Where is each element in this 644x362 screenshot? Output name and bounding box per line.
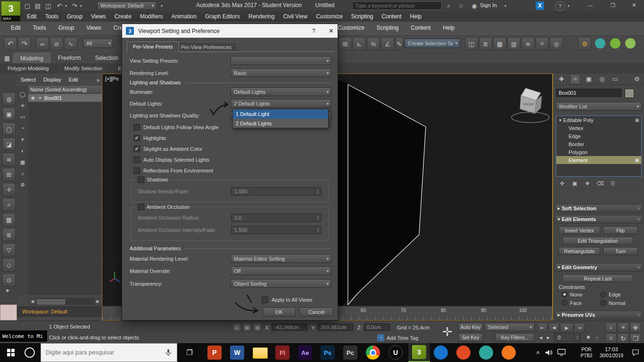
checkbox[interactable]: ✓ [133,156,140,163]
help-icon[interactable]: ? [555,1,565,11]
scene-tool-icon-6[interactable]: ⊞ [2,168,16,181]
tray-chevron-icon[interactable]: ˄ [534,348,542,357]
expanded-arrow-icon[interactable]: ▾ [559,118,561,123]
minimize-button[interactable]: — [584,0,597,10]
menu-help[interactable]: Help [406,11,426,22]
menu2-views[interactable]: Views [80,22,107,34]
ribbon-group-polygon-modeling[interactable]: Polygon Modeling [0,66,56,71]
workspace-selector[interactable]: Workspace: Default ▾ [97,1,157,10]
menu-civil-view[interactable]: Civil View [279,11,312,22]
scene-tool-icon-3[interactable]: ▢ [2,123,16,136]
modifier-list-dropdown[interactable]: Modifier List ▾ [556,102,642,111]
render-setup-icon[interactable]: ⚙ [578,37,591,50]
menu-customize[interactable]: Customize [312,11,347,22]
hierarchy-tab-icon[interactable]: ▣ [584,74,594,84]
explorer-menu-select[interactable]: Select [17,74,40,86]
edit-named-selections-icon[interactable]: ✎ [395,37,404,50]
scene-tool-icon-11[interactable]: ▽ [2,243,16,256]
ao-intensity-spinner[interactable]: 1,500 ▴▾ [231,226,322,234]
spin-down-icon[interactable]: ▾ [317,218,319,220]
zoom-icon[interactable]: ⌕ [605,322,617,333]
ribbon-tab-modeling[interactable]: Modeling [13,53,50,64]
dialog-titlebar[interactable]: 3 Viewport Setting and Preference ? ✕ [122,24,338,38]
explorer-filter-icon-2[interactable]: ✛ [18,101,27,110]
create-tab-icon[interactable]: ✚ [557,74,566,84]
play-button-icon[interactable]: ▶ [560,323,573,332]
dock-cross-icon[interactable]: ✛ [439,323,455,341]
selection-lock-icon[interactable]: ⊠ [242,323,252,332]
taskbar-search[interactable] [41,343,177,362]
menu-animation[interactable]: Animation [167,11,201,22]
spin-down-icon[interactable]: ▾ [317,191,319,194]
rendering-level-dropdown[interactable]: Basic ▾ [231,68,331,77]
taskbar-app-blue[interactable] [434,346,448,360]
checkbox[interactable]: ✓ [133,167,140,174]
scene-tool-icon-8[interactable]: ⌕ [2,198,16,211]
sound-options-icon[interactable]: ♪ [593,333,601,341]
taskbar-app-pc[interactable]: Pc [343,346,357,360]
viewport-label[interactable]: [+][Pe [105,76,119,82]
language-indicator[interactable]: POR PTB2 [578,346,595,359]
utilities-tab-icon[interactable]: ⚙ [632,74,642,84]
select-link-icon[interactable]: ∞ [36,37,49,50]
dialog-close-button[interactable]: ✕ [329,27,334,34]
menu-views[interactable]: Views [87,11,110,22]
repeat-last-button[interactable]: Repeat Last [562,274,633,282]
z-coordinate-field[interactable] [364,323,390,331]
object-color-swatch[interactable] [625,89,634,98]
scene-tool-icon-12[interactable]: ◇ [2,258,16,272]
taskbar-app-word[interactable]: W [230,346,244,360]
stack-row-edge[interactable]: Edge [556,132,641,140]
expand-strip-icon[interactable]: ▸ [4,286,12,294]
explorer-filter-icon-7[interactable]: ▦ [18,157,27,167]
explorer-filter-icon-5[interactable]: ☀ [18,135,27,144]
scroll-right-icon[interactable]: ▶ [94,298,101,304]
set-key-button[interactable]: Set Key [458,333,483,342]
menu-edit[interactable]: Edit [23,11,41,22]
rendered-frame-window-icon[interactable] [595,38,605,49]
explorer-menu-edit[interactable]: Edit [65,74,82,86]
menu-tools[interactable]: Tools [41,11,63,22]
cancel-button[interactable]: Cancel [299,307,333,317]
curve-editor-icon[interactable]: ≋ [521,37,535,50]
unlink-icon[interactable]: ⊘ [50,37,63,50]
time-tag-icon[interactable]: ◔ [377,334,384,341]
previous-key-icon[interactable]: ◀ [537,334,544,341]
bind-spacewarp-icon[interactable]: ∿ [64,37,77,50]
render-iterative-icon[interactable] [625,38,636,49]
visibility-eye-icon[interactable]: ◉ [30,95,36,100]
undo-icon[interactable]: ↶ [55,1,64,10]
notification-center-icon[interactable] [632,349,639,356]
taskbar-app-powerpoint[interactable]: P [207,346,222,360]
radio-edge[interactable] [600,291,606,297]
explorer-filter-icon-8[interactable]: ⌕ [18,169,27,178]
scene-tool-icon-13[interactable]: ⊙ [2,273,16,287]
stack-row-vertex[interactable]: Vertex [556,124,641,132]
stack-display-icon[interactable]: ▣ [635,117,639,123]
rollout-edit-elements[interactable]: ▾ Edit Elements ≡ [555,215,643,223]
spin-down-icon[interactable]: ▾ [317,230,319,232]
redo-dropdown-icon[interactable]: ▾ [79,1,83,10]
display-tab-icon[interactable]: ▭ [611,74,620,84]
task-view-icon[interactable]: ❐ [184,347,195,358]
taskbar-app-red[interactable] [456,346,471,360]
explorer-row-box001[interactable]: ◉ ● Box001 [28,94,102,102]
taskbar-app-3dsmax-active[interactable]: 3 [408,343,430,362]
rollout-grip-icon[interactable]: ≡ [637,206,640,211]
scene-tool-icon-7[interactable]: ✛ [2,183,16,196]
microphone-icon[interactable] [165,349,172,356]
selection-filter-dropdown[interactable]: All ▾ [83,39,113,48]
menu-rendering[interactable]: Rendering [244,11,279,22]
key-mode-icon[interactable]: ✱ [585,333,592,341]
go-to-end-icon[interactable]: ⇥ [574,323,585,332]
configure-modifier-sets-icon[interactable]: ☰ [609,180,617,188]
taskbar-app-teal[interactable] [479,346,493,360]
new-file-icon[interactable]: ▢ [23,1,32,10]
menu-scripting[interactable]: Scripting [347,11,378,22]
checkbox-auto-display-lights[interactable]: ✓ Auto Display Selected Lights [133,156,209,163]
scene-tool-icon-1[interactable]: ◍ [2,92,16,106]
explorer-column-header[interactable]: Name (Sorted Ascending) [28,86,102,94]
save-file-icon[interactable]: ◫ [43,1,53,10]
orbit-icon[interactable]: ↻ [618,333,629,344]
taskbar-app-chrome[interactable] [366,346,380,360]
